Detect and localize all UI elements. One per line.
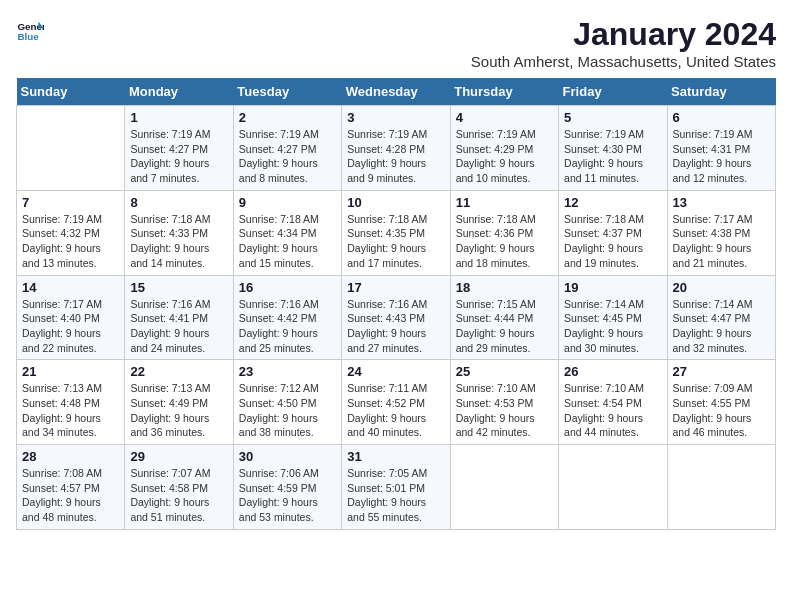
day-info: Sunrise: 7:08 AMSunset: 4:57 PMDaylight:…	[22, 466, 119, 525]
day-number: 20	[673, 280, 770, 295]
day-info: Sunrise: 7:18 AMSunset: 4:34 PMDaylight:…	[239, 212, 336, 271]
calendar-cell: 14 Sunrise: 7:17 AMSunset: 4:40 PMDaylig…	[17, 275, 125, 360]
day-number: 7	[22, 195, 119, 210]
calendar-cell: 29 Sunrise: 7:07 AMSunset: 4:58 PMDaylig…	[125, 445, 233, 530]
header-row: Sunday Monday Tuesday Wednesday Thursday…	[17, 78, 776, 106]
title-block: January 2024 South Amherst, Massachusett…	[471, 16, 776, 70]
header-monday: Monday	[125, 78, 233, 106]
header-saturday: Saturday	[667, 78, 775, 106]
day-info: Sunrise: 7:09 AMSunset: 4:55 PMDaylight:…	[673, 381, 770, 440]
calendar-cell: 31 Sunrise: 7:05 AMSunset: 5:01 PMDaylig…	[342, 445, 450, 530]
calendar-cell: 21 Sunrise: 7:13 AMSunset: 4:48 PMDaylig…	[17, 360, 125, 445]
day-number: 13	[673, 195, 770, 210]
day-info: Sunrise: 7:18 AMSunset: 4:36 PMDaylight:…	[456, 212, 553, 271]
day-number: 27	[673, 364, 770, 379]
day-info: Sunrise: 7:19 AMSunset: 4:27 PMDaylight:…	[130, 127, 227, 186]
calendar-cell	[450, 445, 558, 530]
calendar-cell: 7 Sunrise: 7:19 AMSunset: 4:32 PMDayligh…	[17, 190, 125, 275]
calendar-cell: 20 Sunrise: 7:14 AMSunset: 4:47 PMDaylig…	[667, 275, 775, 360]
day-info: Sunrise: 7:10 AMSunset: 4:53 PMDaylight:…	[456, 381, 553, 440]
calendar-cell: 28 Sunrise: 7:08 AMSunset: 4:57 PMDaylig…	[17, 445, 125, 530]
calendar-cell	[667, 445, 775, 530]
day-number: 6	[673, 110, 770, 125]
day-number: 18	[456, 280, 553, 295]
day-info: Sunrise: 7:16 AMSunset: 4:43 PMDaylight:…	[347, 297, 444, 356]
calendar-cell: 27 Sunrise: 7:09 AMSunset: 4:55 PMDaylig…	[667, 360, 775, 445]
calendar-table: Sunday Monday Tuesday Wednesday Thursday…	[16, 78, 776, 530]
calendar-cell: 9 Sunrise: 7:18 AMSunset: 4:34 PMDayligh…	[233, 190, 341, 275]
day-number: 16	[239, 280, 336, 295]
location-title: South Amherst, Massachusetts, United Sta…	[471, 53, 776, 70]
day-number: 28	[22, 449, 119, 464]
header-friday: Friday	[559, 78, 667, 106]
calendar-cell: 30 Sunrise: 7:06 AMSunset: 4:59 PMDaylig…	[233, 445, 341, 530]
day-number: 11	[456, 195, 553, 210]
day-number: 19	[564, 280, 661, 295]
day-info: Sunrise: 7:18 AMSunset: 4:35 PMDaylight:…	[347, 212, 444, 271]
logo-icon: General Blue	[16, 16, 44, 44]
day-number: 14	[22, 280, 119, 295]
calendar-week-4: 21 Sunrise: 7:13 AMSunset: 4:48 PMDaylig…	[17, 360, 776, 445]
svg-text:Blue: Blue	[17, 31, 39, 42]
day-info: Sunrise: 7:11 AMSunset: 4:52 PMDaylight:…	[347, 381, 444, 440]
calendar-cell: 12 Sunrise: 7:18 AMSunset: 4:37 PMDaylig…	[559, 190, 667, 275]
day-info: Sunrise: 7:18 AMSunset: 4:37 PMDaylight:…	[564, 212, 661, 271]
day-number: 24	[347, 364, 444, 379]
day-number: 5	[564, 110, 661, 125]
day-info: Sunrise: 7:18 AMSunset: 4:33 PMDaylight:…	[130, 212, 227, 271]
day-number: 31	[347, 449, 444, 464]
header-tuesday: Tuesday	[233, 78, 341, 106]
calendar-cell: 17 Sunrise: 7:16 AMSunset: 4:43 PMDaylig…	[342, 275, 450, 360]
day-number: 10	[347, 195, 444, 210]
calendar-cell: 15 Sunrise: 7:16 AMSunset: 4:41 PMDaylig…	[125, 275, 233, 360]
day-info: Sunrise: 7:19 AMSunset: 4:28 PMDaylight:…	[347, 127, 444, 186]
day-info: Sunrise: 7:13 AMSunset: 4:49 PMDaylight:…	[130, 381, 227, 440]
calendar-cell: 8 Sunrise: 7:18 AMSunset: 4:33 PMDayligh…	[125, 190, 233, 275]
month-title: January 2024	[471, 16, 776, 53]
calendar-cell: 23 Sunrise: 7:12 AMSunset: 4:50 PMDaylig…	[233, 360, 341, 445]
calendar-cell: 24 Sunrise: 7:11 AMSunset: 4:52 PMDaylig…	[342, 360, 450, 445]
day-info: Sunrise: 7:07 AMSunset: 4:58 PMDaylight:…	[130, 466, 227, 525]
day-number: 29	[130, 449, 227, 464]
day-number: 26	[564, 364, 661, 379]
day-number: 22	[130, 364, 227, 379]
calendar-cell: 4 Sunrise: 7:19 AMSunset: 4:29 PMDayligh…	[450, 106, 558, 191]
calendar-cell: 11 Sunrise: 7:18 AMSunset: 4:36 PMDaylig…	[450, 190, 558, 275]
day-info: Sunrise: 7:19 AMSunset: 4:30 PMDaylight:…	[564, 127, 661, 186]
day-number: 3	[347, 110, 444, 125]
calendar-week-2: 7 Sunrise: 7:19 AMSunset: 4:32 PMDayligh…	[17, 190, 776, 275]
calendar-cell: 5 Sunrise: 7:19 AMSunset: 4:30 PMDayligh…	[559, 106, 667, 191]
calendar-cell: 22 Sunrise: 7:13 AMSunset: 4:49 PMDaylig…	[125, 360, 233, 445]
day-info: Sunrise: 7:12 AMSunset: 4:50 PMDaylight:…	[239, 381, 336, 440]
day-info: Sunrise: 7:19 AMSunset: 4:32 PMDaylight:…	[22, 212, 119, 271]
day-info: Sunrise: 7:15 AMSunset: 4:44 PMDaylight:…	[456, 297, 553, 356]
day-info: Sunrise: 7:06 AMSunset: 4:59 PMDaylight:…	[239, 466, 336, 525]
calendar-cell: 25 Sunrise: 7:10 AMSunset: 4:53 PMDaylig…	[450, 360, 558, 445]
day-info: Sunrise: 7:14 AMSunset: 4:47 PMDaylight:…	[673, 297, 770, 356]
day-info: Sunrise: 7:16 AMSunset: 4:41 PMDaylight:…	[130, 297, 227, 356]
day-info: Sunrise: 7:19 AMSunset: 4:31 PMDaylight:…	[673, 127, 770, 186]
calendar-week-5: 28 Sunrise: 7:08 AMSunset: 4:57 PMDaylig…	[17, 445, 776, 530]
day-number: 15	[130, 280, 227, 295]
calendar-cell: 3 Sunrise: 7:19 AMSunset: 4:28 PMDayligh…	[342, 106, 450, 191]
day-info: Sunrise: 7:13 AMSunset: 4:48 PMDaylight:…	[22, 381, 119, 440]
page-header: General Blue January 2024 South Amherst,…	[16, 16, 776, 70]
day-info: Sunrise: 7:10 AMSunset: 4:54 PMDaylight:…	[564, 381, 661, 440]
calendar-cell	[559, 445, 667, 530]
day-number: 9	[239, 195, 336, 210]
day-number: 12	[564, 195, 661, 210]
day-number: 8	[130, 195, 227, 210]
day-info: Sunrise: 7:05 AMSunset: 5:01 PMDaylight:…	[347, 466, 444, 525]
calendar-cell: 13 Sunrise: 7:17 AMSunset: 4:38 PMDaylig…	[667, 190, 775, 275]
calendar-cell: 16 Sunrise: 7:16 AMSunset: 4:42 PMDaylig…	[233, 275, 341, 360]
day-info: Sunrise: 7:19 AMSunset: 4:29 PMDaylight:…	[456, 127, 553, 186]
day-info: Sunrise: 7:16 AMSunset: 4:42 PMDaylight:…	[239, 297, 336, 356]
day-info: Sunrise: 7:17 AMSunset: 4:38 PMDaylight:…	[673, 212, 770, 271]
calendar-cell: 19 Sunrise: 7:14 AMSunset: 4:45 PMDaylig…	[559, 275, 667, 360]
calendar-cell: 26 Sunrise: 7:10 AMSunset: 4:54 PMDaylig…	[559, 360, 667, 445]
calendar-cell: 1 Sunrise: 7:19 AMSunset: 4:27 PMDayligh…	[125, 106, 233, 191]
day-number: 23	[239, 364, 336, 379]
day-info: Sunrise: 7:17 AMSunset: 4:40 PMDaylight:…	[22, 297, 119, 356]
header-wednesday: Wednesday	[342, 78, 450, 106]
calendar-cell: 2 Sunrise: 7:19 AMSunset: 4:27 PMDayligh…	[233, 106, 341, 191]
